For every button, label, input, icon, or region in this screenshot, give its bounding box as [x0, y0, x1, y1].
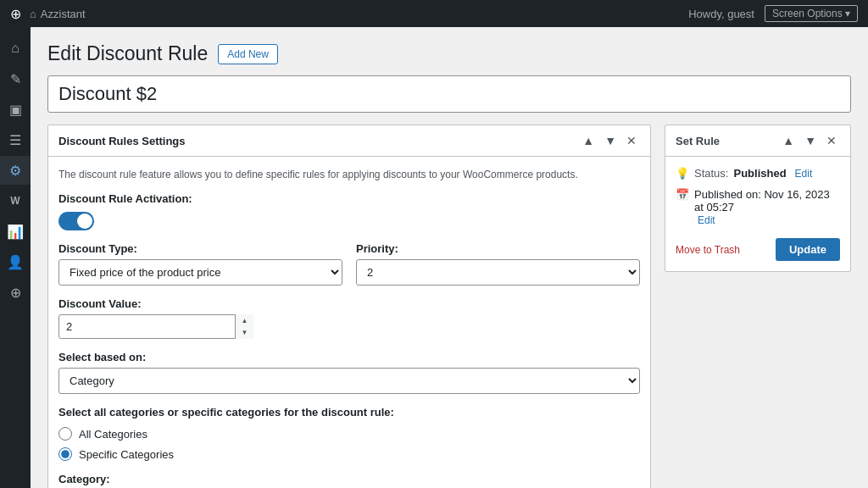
priority-col: Priority: 1 2 3 4 5 [356, 242, 640, 286]
category-field-label: Category: [58, 473, 640, 485]
discount-value-row: Discount Value: ▲ ▼ [58, 297, 640, 339]
set-rule-controls: ▲ ▼ ✕ [779, 132, 840, 149]
add-new-button[interactable]: Add New [218, 44, 278, 64]
metabox-collapse-up-button[interactable]: ▲ [579, 132, 598, 149]
screen-options-button[interactable]: Screen Options ▾ [765, 5, 858, 22]
discount-rules-metabox: Discount Rules Settings ▲ ▼ ✕ The discou… [47, 125, 651, 488]
number-arrows: ▲ ▼ [235, 314, 253, 339]
type-priority-row: Discount Type: Fixed price of the produc… [58, 242, 640, 286]
specific-categories-radio-item[interactable]: Specific Categories [58, 447, 640, 461]
sidebar-item-posts[interactable]: ✎ [0, 64, 31, 93]
metabox-title: Discount Rules Settings [58, 135, 186, 147]
page-header: Edit Discount Rule Add New [47, 27, 851, 75]
published-on-info: Published on: Nov 16, 2023 at 05:27 Edit [694, 188, 840, 226]
category-field-row: Category: Music × ▾ [58, 473, 640, 488]
set-rule-metabox: Set Rule ▲ ▼ ✕ 💡 Status: Published [665, 125, 851, 272]
number-up-arrow[interactable]: ▲ [236, 314, 253, 327]
page-title: Edit Discount Rule [47, 42, 208, 65]
specific-categories-radio[interactable] [58, 447, 72, 461]
user-greeting: Howdy, guest [688, 8, 754, 20]
sidebar-item-media[interactable]: ▣ [0, 95, 31, 124]
sidebar-item-users[interactable]: 👤 [0, 247, 31, 276]
priority-label: Priority: [356, 242, 640, 255]
select-based-on-label: Select based on: [58, 351, 640, 363]
metabox-controls: ▲ ▼ ✕ [579, 132, 640, 149]
priority-select[interactable]: 1 2 3 4 5 [356, 259, 640, 286]
all-categories-label: All Categories [79, 428, 147, 441]
set-rule-header[interactable]: Set Rule ▲ ▼ ✕ [665, 125, 850, 157]
metabox-collapse-down-button[interactable]: ▼ [601, 132, 620, 149]
set-rule-close-button[interactable]: ✕ [823, 132, 840, 149]
move-to-trash-link[interactable]: Move to Trash [676, 244, 740, 256]
admin-sidebar: ⌂ ✎ ▣ ☰ ⚙ W 📊 👤 ⊕ [0, 27, 31, 488]
number-down-arrow[interactable]: ▼ [236, 327, 253, 340]
toggle-slider [58, 212, 94, 230]
all-categories-radio-item[interactable]: All Categories [58, 427, 640, 441]
site-icon: ⌂ [30, 8, 36, 20]
sidebar-item-dashboard[interactable]: ⌂ [0, 34, 31, 63]
calendar-icon: 📅 [676, 188, 689, 201]
published-on-edit-link[interactable]: Edit [698, 214, 715, 226]
metabox-body: The discount rule feature allows you to … [48, 157, 650, 488]
discount-type-select[interactable]: Fixed price of the product price Percent… [58, 259, 342, 286]
metabox-header[interactable]: Discount Rules Settings ▲ ▼ ✕ [48, 125, 650, 157]
sidebar-item-pages[interactable]: ☰ [0, 125, 31, 154]
discount-value-label: Discount Value: [58, 297, 640, 310]
activation-label: Discount Rule Activation: [58, 192, 640, 205]
set-rule-body: 💡 Status: Published Edit 📅 Published on:… [665, 157, 850, 271]
action-row: Move to Trash Update [676, 238, 840, 261]
categories-radio-group: All Categories Specific Categories [58, 427, 640, 461]
activation-toggle[interactable] [58, 212, 94, 230]
site-name[interactable]: ⌂ Azzistant [30, 8, 86, 20]
status-value: Published [733, 167, 786, 180]
side-column: Set Rule ▲ ▼ ✕ 💡 Status: Published [665, 125, 851, 272]
set-rule-collapse-up-button[interactable]: ▲ [779, 132, 798, 149]
main-column: Discount Rules Settings ▲ ▼ ✕ The discou… [47, 125, 651, 488]
wp-logo-icon[interactable]: ⊕ [10, 6, 21, 22]
published-on-label: Published on: [694, 188, 764, 201]
metabox-close-button[interactable]: ✕ [623, 132, 640, 149]
sidebar-item-plugins[interactable]: ⊕ [0, 278, 31, 307]
categories-selection-label: Select all categories or specific catego… [58, 406, 640, 419]
update-button[interactable]: Update [776, 238, 840, 261]
published-on-row: 📅 Published on: Nov 16, 2023 at 05:27 Ed… [676, 188, 840, 226]
status-row: 💡 Status: Published Edit [676, 167, 840, 180]
select-based-on-row: Select based on: Category Product Tag [58, 351, 640, 394]
categories-selection-row: Select all categories or specific catego… [58, 406, 640, 461]
post-title-input[interactable] [47, 75, 851, 113]
sidebar-item-analytics[interactable]: 📊 [0, 217, 31, 246]
sidebar-item-settings[interactable]: ⚙ [0, 156, 31, 185]
discount-type-label: Discount Type: [58, 242, 342, 255]
status-label: Status: [694, 167, 728, 180]
status-icon: 💡 [676, 167, 689, 180]
specific-categories-label: Specific Categories [79, 448, 174, 461]
admin-bar: ⊕ ⌂ Azzistant Howdy, guest Screen Option… [0, 0, 868, 27]
set-rule-collapse-down-button[interactable]: ▼ [801, 132, 820, 149]
activation-row: Discount Rule Activation: [58, 192, 640, 230]
all-categories-radio[interactable] [58, 427, 72, 441]
status-edit-link[interactable]: Edit [795, 168, 813, 180]
set-rule-title: Set Rule [676, 135, 720, 147]
select-based-on-select[interactable]: Category Product Tag [58, 368, 640, 394]
discount-value-wrap: ▲ ▼ [58, 314, 253, 339]
sidebar-item-woocommerce[interactable]: W [0, 186, 31, 215]
metabox-description: The discount rule feature allows you to … [58, 167, 640, 182]
discount-value-input[interactable] [58, 314, 253, 339]
discount-type-col: Discount Type: Fixed price of the produc… [58, 242, 342, 286]
